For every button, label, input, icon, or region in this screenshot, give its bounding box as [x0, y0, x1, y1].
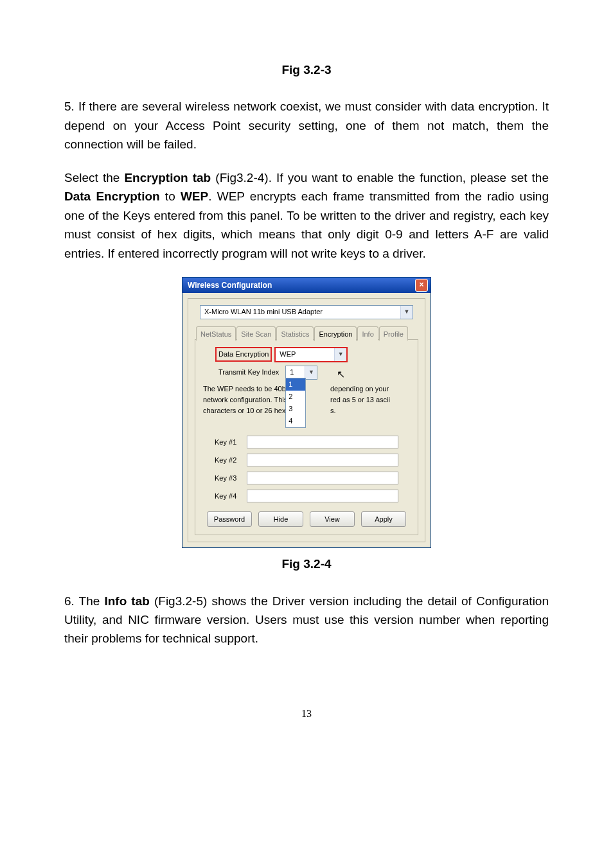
- close-button[interactable]: ×: [415, 279, 428, 292]
- wireless-configuration-dialog: Wireless Configuration × X-Micro WLAN 11…: [182, 277, 431, 548]
- adapter-combobox[interactable]: X-Micro WLAN 11b mini USB Adapter ▼: [200, 305, 413, 319]
- chevron-down-icon: ▼: [305, 366, 317, 379]
- transmit-key-index-dropdown[interactable]: 1 2 3 4: [285, 378, 306, 428]
- tab-netstatus[interactable]: NetStatus: [196, 326, 236, 341]
- dropdown-option-4[interactable]: 4: [286, 415, 305, 427]
- text: Select the: [64, 171, 124, 184]
- figure-caption-3-2-3: Fig 3.2-3: [64, 60, 549, 79]
- password-button[interactable]: Password: [207, 511, 252, 527]
- cursor-icon: ↖: [337, 367, 345, 383]
- text: s.: [330, 405, 407, 416]
- tab-strip: NetStatus Site Scan Statistics Encryptio…: [196, 326, 420, 339]
- paragraph-select-encryption: Select the Encryption tab (Fig3.2-4). If…: [64, 168, 549, 263]
- adapter-combobox-value: X-Micro WLAN 11b mini USB Adapter: [200, 306, 400, 319]
- key3-label: Key #3: [215, 473, 247, 484]
- text: 6. The: [64, 594, 104, 608]
- transmit-key-index-label: Transmit Key Index: [216, 366, 281, 379]
- data-encryption-value: WEP: [276, 348, 334, 361]
- key4-input[interactable]: [247, 490, 398, 502]
- tab-encryption[interactable]: Encryption: [314, 326, 357, 341]
- data-encryption-label: Data Encryption: [216, 348, 271, 361]
- page-number: 13: [64, 706, 549, 722]
- figure-caption-3-2-4: Fig 3.2-4: [64, 554, 549, 573]
- encryption-tab-bold: Encryption tab: [124, 171, 211, 184]
- text: (Fig3.2-4). If you want to enable the fu…: [211, 171, 549, 184]
- tab-sitescan[interactable]: Site Scan: [236, 326, 276, 341]
- dropdown-option-2[interactable]: 2: [286, 391, 305, 403]
- tab-profile[interactable]: Profile: [379, 326, 408, 341]
- key2-label: Key #2: [215, 455, 247, 466]
- info-tab-bold: Info tab: [104, 594, 149, 608]
- apply-button[interactable]: Apply: [361, 511, 406, 527]
- data-encryption-bold: Data Encryption: [64, 190, 160, 203]
- chevron-down-icon: ▼: [400, 306, 413, 319]
- chevron-down-icon: ▼: [334, 348, 346, 361]
- hide-button[interactable]: Hide: [258, 511, 303, 527]
- wep-note-text: The WEP needs to be 40bits network confi…: [203, 384, 411, 416]
- data-encryption-combobox[interactable]: WEP ▼: [275, 348, 347, 362]
- paragraph-6: 6. The Info tab (Fig3.2-5) shows the Dri…: [64, 592, 549, 648]
- dropdown-option-1[interactable]: 1: [286, 378, 305, 391]
- dropdown-option-3[interactable]: 3: [286, 403, 305, 415]
- key1-label: Key #1: [215, 437, 247, 448]
- key2-input[interactable]: [247, 454, 398, 466]
- text: to: [160, 190, 181, 203]
- key1-input[interactable]: [247, 436, 398, 448]
- tab-statistics[interactable]: Statistics: [276, 326, 314, 341]
- key3-input[interactable]: [247, 472, 398, 484]
- encryption-panel: Data Encryption WEP ▼ Transmit Key Index…: [195, 339, 418, 535]
- transmit-key-index-value: 1: [286, 366, 305, 379]
- view-button[interactable]: View: [310, 511, 355, 527]
- dialog-title: Wireless Configuration: [188, 279, 272, 292]
- paragraph-5: 5. If there are several wireless network…: [64, 97, 549, 154]
- dialog-titlebar: Wireless Configuration ×: [182, 278, 431, 293]
- wep-bold: WEP: [181, 190, 208, 203]
- tab-info[interactable]: Info: [357, 326, 378, 341]
- key4-label: Key #4: [215, 491, 247, 502]
- text: red as 5 or 13 ascii: [330, 394, 407, 405]
- text: depending on your: [330, 384, 407, 394]
